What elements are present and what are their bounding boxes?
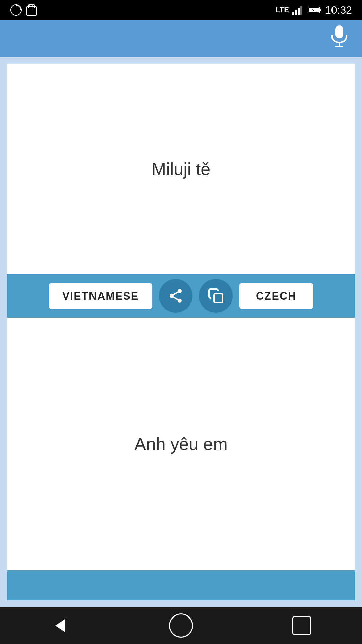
- home-icon: [169, 613, 193, 638]
- target-language-button[interactable]: CZECH: [239, 283, 313, 309]
- toolbar: VIETNAMESE CZECH: [7, 274, 355, 318]
- svg-line-20: [173, 292, 178, 295]
- svg-line-19: [173, 297, 178, 300]
- status-bar: LTE 10:32: [0, 0, 362, 20]
- recent-icon: [292, 616, 311, 635]
- circle-status-icon: [10, 4, 22, 16]
- svg-rect-12: [319, 9, 321, 11]
- target-text: Anh yêu em: [121, 421, 241, 468]
- bottom-toolbar: [7, 570, 355, 600]
- source-language-button[interactable]: VIETNAMESE: [49, 283, 152, 309]
- svg-marker-22: [55, 619, 65, 632]
- svg-rect-9: [300, 6, 302, 15]
- recent-button[interactable]: [288, 612, 315, 639]
- svg-point-18: [178, 299, 182, 303]
- share-button[interactable]: [159, 279, 192, 313]
- nav-bar: [0, 607, 362, 644]
- signal-icon: [292, 5, 304, 15]
- copy-icon: [208, 288, 224, 304]
- copy-button[interactable]: [199, 279, 233, 313]
- status-bar-left: [10, 4, 37, 16]
- share-icon: [168, 288, 184, 304]
- back-icon: [52, 617, 69, 634]
- main-content: Miluji tě VIETNAMESE CZECH Anh yêu em: [0, 57, 362, 607]
- svg-rect-6: [292, 12, 294, 15]
- svg-rect-21: [214, 294, 223, 303]
- mic-button[interactable]: [330, 25, 349, 52]
- svg-point-16: [178, 289, 182, 293]
- sd-card-icon: [26, 4, 37, 16]
- svg-point-0: [11, 5, 21, 15]
- svg-rect-13: [335, 25, 343, 38]
- svg-point-17: [170, 294, 174, 298]
- target-panel[interactable]: Anh yêu em: [7, 318, 355, 570]
- battery-icon: [308, 6, 322, 14]
- lte-icon: LTE: [276, 6, 289, 14]
- app-header: [0, 20, 362, 57]
- svg-rect-8: [298, 8, 300, 15]
- back-button[interactable]: [47, 612, 74, 639]
- svg-rect-7: [295, 10, 297, 15]
- source-panel[interactable]: Miluji tě: [7, 64, 355, 274]
- source-text: Miluji tě: [138, 146, 224, 193]
- status-bar-right: LTE 10:32: [276, 4, 352, 16]
- status-time: 10:32: [325, 4, 352, 16]
- home-button[interactable]: [168, 612, 194, 639]
